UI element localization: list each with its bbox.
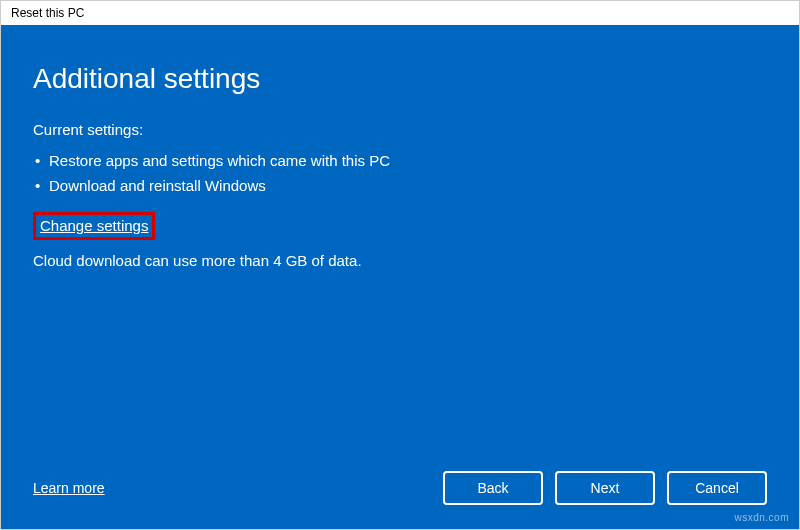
list-item: Restore apps and settings which came wit… — [33, 148, 767, 173]
page-title: Additional settings — [33, 63, 767, 95]
window-titlebar: Reset this PC — [1, 1, 799, 25]
window-title: Reset this PC — [11, 6, 84, 20]
current-settings-label: Current settings: — [33, 121, 767, 138]
next-button[interactable]: Next — [555, 471, 655, 505]
learn-more-link[interactable]: Learn more — [33, 480, 105, 496]
settings-list: Restore apps and settings which came wit… — [33, 148, 767, 198]
change-settings-link[interactable]: Change settings — [40, 217, 148, 234]
back-button[interactable]: Back — [443, 471, 543, 505]
watermark: wsxdn.com — [734, 512, 789, 523]
cancel-button[interactable]: Cancel — [667, 471, 767, 505]
cloud-download-note: Cloud download can use more than 4 GB of… — [33, 252, 767, 269]
footer: Learn more Back Next Cancel — [33, 471, 767, 505]
reset-pc-window: Reset this PC Additional settings Curren… — [0, 0, 800, 530]
button-row: Back Next Cancel — [443, 471, 767, 505]
list-item: Download and reinstall Windows — [33, 173, 767, 198]
content-pane: Additional settings Current settings: Re… — [1, 25, 799, 529]
highlight-box: Change settings — [33, 212, 155, 240]
